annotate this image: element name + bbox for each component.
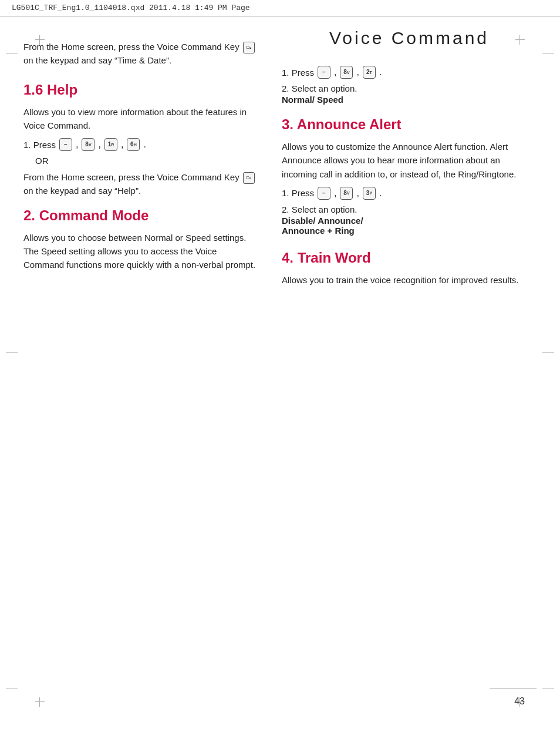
s3-period1: . [379, 188, 382, 199]
key-8v: 8V [82, 138, 95, 151]
right-key-8v: 8V [340, 66, 353, 79]
section-16-step1-or: From the Home screen, press the Voice Co… [23, 170, 258, 198]
margin-mark-bl [6, 689, 18, 689]
intro-block: From the Home screen, press the Voice Co… [23, 40, 258, 68]
r-comma2: , [356, 67, 359, 78]
margin-mark-ml [6, 352, 18, 353]
s3-key-3y: 3Y [363, 187, 376, 200]
section-2-heading: 2. Command Mode [23, 207, 258, 224]
key-1r: 1R [104, 138, 117, 151]
footer-rule [490, 689, 537, 689]
right-col-top: 1. Press − , 8V , 2T . 2. Select an opti… [282, 66, 537, 105]
key-6h: 6H [127, 138, 140, 151]
intro-text: From the Home screen, press the Voice Co… [23, 42, 256, 65]
period1: . [143, 139, 146, 150]
header-bar: LG501C_TRF_Eng1.0_1104018.qxd 2011.4.18 … [0, 0, 560, 16]
page-title: Voice Command [282, 28, 537, 48]
page-number: 43 [514, 696, 525, 707]
section-3-step2-option: Disable/ Announce/Announce + Ring [282, 216, 537, 236]
comma1: , [76, 139, 78, 150]
section-3-step2: 2. Select an option. [282, 204, 537, 214]
s3-comma2: , [356, 188, 359, 199]
section-16-step1: 1. Press − , 8V , 1R , 6H . [23, 138, 258, 151]
r-comma1: , [334, 67, 336, 78]
right-step1: 1. Press − , 8V , 2T . [282, 66, 537, 79]
section-3-step1: 1. Press − , 8V , 3Y . [282, 187, 537, 200]
left-column: From the Home screen, press the Voice Co… [23, 28, 276, 293]
right-key-minus: − [318, 66, 330, 79]
margin-mark-tl [6, 53, 18, 53]
margin-mark-br [542, 689, 554, 689]
section-16-body: Allows you to view more information abou… [23, 105, 258, 133]
s3-comma1: , [334, 188, 336, 199]
s3-step1-label: 1. Press [282, 188, 314, 198]
voice-key-icon-2: D₄ [243, 172, 255, 184]
comma3: , [121, 139, 123, 150]
right-key-2t: 2T [363, 66, 376, 79]
step1-label: 1. Press [23, 140, 56, 150]
header-text: LG501C_TRF_Eng1.0_1104018.qxd 2011.4.18 … [12, 4, 250, 12]
right-step2-option: Normal/ Speed [282, 95, 537, 105]
section-3-announce-alert: 3. Announce Alert Allows you to customiz… [282, 116, 537, 236]
margin-mark-mr [542, 352, 554, 353]
key-minus: − [59, 138, 72, 151]
right-step1-label: 1. Press [282, 68, 314, 78]
s3-key-8v: 8V [340, 187, 353, 200]
corner-mark-bl [35, 697, 45, 707]
right-column: Voice Command 1. Press − , 8V , 2T . 2. … [276, 28, 537, 293]
section-3-heading: 3. Announce Alert [282, 116, 537, 133]
right-step2: 2. Select an option. [282, 83, 537, 93]
margin-mark-tr [542, 53, 554, 53]
voice-key-icon: D₄ [243, 42, 255, 53]
section-16-help: 1.6 Help Allows you to view more informa… [23, 82, 258, 198]
r-period1: . [379, 67, 382, 78]
section-2-command-mode: 2. Command Mode Allows you to choose bet… [23, 207, 258, 272]
s3-key-minus: − [318, 187, 330, 200]
corner-mark-tr [515, 35, 525, 45]
section-4-body: Allows you to train the voice recognitio… [282, 273, 537, 287]
section-16-heading: 1.6 Help [23, 82, 258, 98]
section-2-body: Allows you to choose between Normal or S… [23, 231, 258, 272]
section-4-heading: 4. Train Word [282, 250, 537, 266]
section-4-train-word: 4. Train Word Allows you to train the vo… [282, 250, 537, 287]
page-container: From the Home screen, press the Voice Co… [0, 16, 560, 316]
corner-mark-tl [35, 35, 45, 45]
comma2: , [98, 139, 100, 150]
or-divider: OR [35, 156, 258, 166]
section-3-body: Allows you to customize the Announce Ale… [282, 140, 537, 181]
